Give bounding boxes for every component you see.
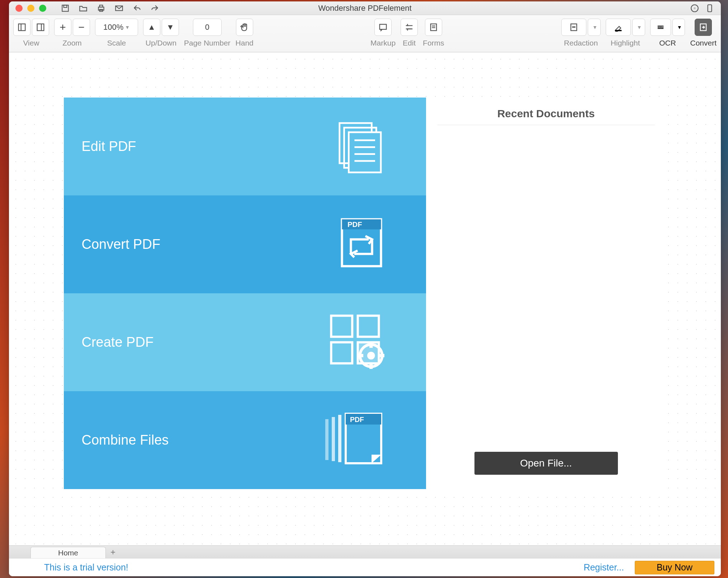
highlight-dropdown[interactable]: ▼ <box>632 19 645 36</box>
minimize-window-button[interactable] <box>27 5 34 12</box>
page-down-button[interactable]: ▼ <box>162 19 179 36</box>
view-group: View <box>13 19 49 47</box>
titlebar-quick-icons <box>61 4 160 13</box>
device-icon[interactable] <box>705 4 714 13</box>
updown-label: Up/Down <box>146 39 176 47</box>
ocr-label: OCR <box>659 39 676 47</box>
highlight-label: Highlight <box>611 39 640 47</box>
markup-group: Markup <box>370 19 396 47</box>
edit-button[interactable] <box>401 19 418 36</box>
svg-rect-40 <box>369 363 373 369</box>
app-window: Wondershare PDFelement View + − Zoom 100… <box>9 1 721 576</box>
ocr-dropdown[interactable]: ▼ <box>672 19 685 36</box>
svg-rect-9 <box>19 24 25 31</box>
svg-text:OCR: OCR <box>658 26 663 28</box>
highlight-group: ▼ Highlight <box>606 19 645 47</box>
save-icon[interactable] <box>61 4 70 13</box>
tab-add-button[interactable]: + <box>106 546 120 558</box>
page-up-button[interactable]: ▲ <box>143 19 160 36</box>
bottombar: This is a trial version! Register... Buy… <box>9 558 721 576</box>
scale-value: 100% <box>103 23 123 32</box>
open-folder-icon[interactable] <box>79 4 88 13</box>
convert-label: Convert <box>690 39 717 47</box>
create-pdf-label: Create PDF <box>82 335 154 350</box>
forms-button[interactable] <box>425 19 442 36</box>
svg-point-38 <box>367 352 375 360</box>
mail-icon[interactable] <box>114 4 124 13</box>
pagenum-label: Page Number <box>184 39 231 47</box>
svg-rect-42 <box>379 354 384 357</box>
svg-rect-20 <box>572 27 575 28</box>
start-panel: Edit PDF Convert P <box>64 98 666 489</box>
convert-pdf-icon: PDF <box>336 214 387 275</box>
combine-badge-text: PDF <box>350 416 364 423</box>
convert-pdf-label: Convert PDF <box>82 237 161 252</box>
scale-group: 100%▼ Scale <box>95 19 138 47</box>
zoom-group: + − Zoom <box>54 19 90 47</box>
svg-rect-3 <box>100 5 103 7</box>
scale-dropdown[interactable]: 100%▼ <box>95 19 138 36</box>
svg-rect-41 <box>358 354 363 357</box>
svg-rect-8 <box>708 5 712 12</box>
combine-files-icon: PDF <box>322 410 387 470</box>
highlight-button[interactable] <box>606 19 631 36</box>
undo-icon[interactable] <box>132 4 142 13</box>
window-controls <box>9 5 46 12</box>
view-double-button[interactable] <box>32 19 49 36</box>
tab-home-label: Home <box>58 549 78 557</box>
buy-now-button[interactable]: Buy Now <box>635 561 714 574</box>
forms-label: Forms <box>423 39 444 47</box>
trial-notice: This is a trial version! <box>44 562 128 573</box>
svg-rect-39 <box>369 342 373 348</box>
close-window-button[interactable] <box>15 5 23 12</box>
edit-label: Edit <box>403 39 416 47</box>
markup-button[interactable] <box>374 19 392 36</box>
tab-home[interactable]: Home <box>30 547 106 558</box>
workspace: Edit PDF Convert P <box>9 52 721 545</box>
maximize-window-button[interactable] <box>39 5 46 12</box>
ocr-group: OCR ▼ OCR <box>650 19 685 47</box>
pagenum-group: 0 Page Number <box>184 19 231 47</box>
open-file-button[interactable]: Open File... <box>474 452 618 475</box>
ocr-button[interactable]: OCR <box>650 19 671 36</box>
svg-rect-13 <box>380 24 387 29</box>
zoom-in-button[interactable]: + <box>54 19 71 36</box>
combine-files-card[interactable]: Combine Files PDF <box>64 391 426 489</box>
register-link[interactable]: Register... <box>583 562 624 573</box>
hand-tool-button[interactable] <box>236 19 253 36</box>
redo-icon[interactable] <box>150 4 160 13</box>
svg-rect-43 <box>325 419 328 460</box>
svg-rect-26 <box>349 132 381 172</box>
svg-rect-11 <box>37 24 44 31</box>
convert-group: Convert <box>690 19 717 47</box>
convert-badge-text: PDF <box>348 221 362 228</box>
markup-label: Markup <box>370 39 396 47</box>
hand-group: Hand <box>236 19 254 47</box>
convert-pdf-card[interactable]: Convert PDF PDF <box>64 195 426 293</box>
edit-group: Edit <box>401 19 418 47</box>
redaction-button[interactable] <box>561 19 586 36</box>
create-pdf-icon <box>326 310 387 374</box>
titlebar: Wondershare PDFelement <box>9 1 721 15</box>
redaction-label: Redaction <box>564 39 598 47</box>
svg-rect-33 <box>331 316 352 337</box>
buy-now-label: Buy Now <box>657 562 692 573</box>
page-number-input[interactable]: 0 <box>193 19 222 36</box>
svg-rect-34 <box>358 316 379 337</box>
recent-column: Recent Documents Open File... <box>426 98 666 489</box>
zoom-label: Zoom <box>62 39 82 47</box>
zoom-out-button[interactable]: − <box>73 19 90 36</box>
page-number-value: 0 <box>205 23 209 32</box>
help-icon[interactable] <box>690 4 699 13</box>
view-single-button[interactable] <box>13 19 30 36</box>
convert-button[interactable] <box>695 19 712 36</box>
print-icon[interactable] <box>96 4 106 13</box>
create-pdf-card[interactable]: Create PDF <box>64 293 426 391</box>
svg-rect-45 <box>338 415 341 462</box>
edit-pdf-card[interactable]: Edit PDF <box>64 98 426 195</box>
edit-pdf-label: Edit PDF <box>82 139 136 154</box>
actions-column: Edit PDF Convert P <box>64 98 426 489</box>
svg-rect-0 <box>62 5 68 11</box>
toolbar: View + − Zoom 100%▼ Scale ▲ ▼ Up/Down 0 <box>9 15 721 52</box>
redaction-dropdown[interactable]: ▼ <box>588 19 601 36</box>
